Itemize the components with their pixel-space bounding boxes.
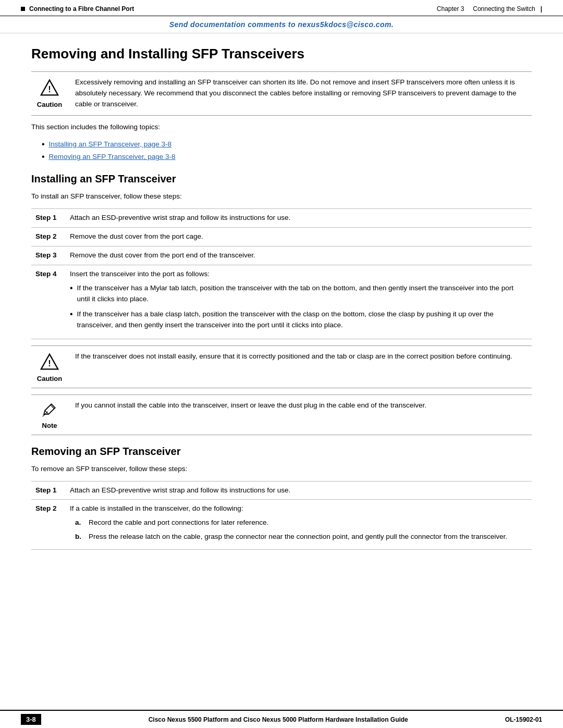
toc-link-2[interactable]: Removing an SFP Transceiver, page 3-8: [49, 152, 176, 162]
header-section-text: Connecting to a Fibre Channel Port: [29, 5, 134, 13]
remove-step-2-text: If a cable is installed in the transceiv…: [70, 504, 243, 512]
header-section-label: Connecting to a Fibre Channel Port: [21, 5, 134, 13]
intro-text: This section includes the following topi…: [31, 122, 532, 133]
install-step-4-label: Step 4: [31, 265, 68, 339]
toc-item-2[interactable]: Removing an SFP Transceiver, page 3-8: [42, 152, 532, 163]
remove-step-1-text: Attach an ESD-preventive wrist strap and…: [68, 481, 532, 500]
section-heading-remove: Removing an SFP Transceiver: [31, 446, 532, 458]
email-banner[interactable]: Send documentation comments to nexus5kdo…: [0, 16, 563, 33]
install-step-2: Step 2 Remove the dust cover from the po…: [31, 228, 532, 246]
install-step-4-bullet-2: If the transceiver has a bale clasp latc…: [70, 309, 528, 331]
page-footer: 3-8 Cisco Nexus 5500 Platform and Cisco …: [0, 710, 563, 728]
caution-box-1: ! Caution Excessively removing and insta…: [31, 71, 532, 116]
remove-step-2b: b. Press the release latch on the cable,…: [75, 532, 528, 542]
install-step-4-bullet-2-text: If the transceiver has a bale clasp latc…: [77, 309, 528, 331]
alpha-a-label: a.: [75, 517, 84, 528]
alpha-b-label: b.: [75, 532, 84, 542]
install-step-1-text: Attach an ESD-preventive wrist strap and…: [68, 209, 532, 228]
caution-label-2: Caution: [37, 375, 62, 382]
caution-icon-col-1: ! Caution: [31, 77, 68, 108]
alpha-a-text: Record the cable and port connections fo…: [89, 517, 268, 528]
install-steps-table: Step 1 Attach an ESD-preventive wrist st…: [31, 208, 532, 339]
caution-text-2: If the transceiver does not install easi…: [75, 351, 532, 362]
note-box: Note If you cannot install the cable int…: [31, 394, 532, 435]
note-label: Note: [42, 422, 57, 429]
install-step-4-bullets: If the transceiver has a Mylar tab latch…: [70, 283, 528, 331]
install-step-4-text: Insert the transceiver into the port as …: [70, 270, 210, 278]
note-icon-col: Note: [31, 400, 68, 429]
remove-step-1: Step 1 Attach an ESD-preventive wrist st…: [31, 481, 532, 500]
alpha-b-text: Press the release latch on the cable, gr…: [89, 532, 507, 542]
remove-step-2: Step 2 If a cable is installed in the tr…: [31, 500, 532, 550]
caution-icon-col-2: ! Caution: [31, 351, 68, 382]
note-text: If you cannot install the cable into the…: [75, 400, 532, 411]
install-step-2-label: Step 2: [31, 228, 68, 246]
install-step-1-label: Step 1: [31, 209, 68, 228]
caution-icon-1: !: [40, 78, 59, 98]
install-step-3-label: Step 3: [31, 246, 68, 265]
remove-steps-table: Step 1 Attach an ESD-preventive wrist st…: [31, 481, 532, 550]
install-step-4: Step 4 Insert the transceiver into the p…: [31, 265, 532, 339]
svg-text:!: !: [48, 84, 51, 94]
install-intro: To install an SFP transceiver, follow th…: [31, 191, 532, 202]
remove-step-2a: a. Record the cable and port connections…: [75, 517, 528, 528]
main-content: Removing and Installing SFP Transceivers…: [0, 33, 563, 564]
header-chapter: Chapter 3 Connecting the Switch |: [437, 5, 542, 13]
page-header: Connecting to a Fibre Channel Port Chapt…: [0, 0, 563, 16]
svg-text:!: !: [48, 359, 51, 368]
install-step-3: Step 3 Remove the dust cover from the po…: [31, 246, 532, 265]
footer-page-num: 3-8: [21, 714, 41, 725]
remove-step-2-alpha: a. Record the cable and port connections…: [75, 517, 528, 542]
page-title: Removing and Installing SFP Transceivers: [31, 46, 532, 62]
toc-link-1[interactable]: Installing an SFP Transceiver, page 3-8: [49, 139, 172, 150]
footer-center-text: Cisco Nexus 5500 Platform and Cisco Nexu…: [52, 716, 505, 723]
toc-list: Installing an SFP Transceiver, page 3-8 …: [31, 139, 532, 163]
install-step-4-bullet-1-text: If the transceiver has a Mylar tab latch…: [77, 283, 528, 305]
install-step-2-text: Remove the dust cover from the port cage…: [68, 228, 532, 246]
remove-step-1-label: Step 1: [31, 481, 68, 500]
install-step-1: Step 1 Attach an ESD-preventive wrist st…: [31, 209, 532, 228]
remove-step-2-content: If a cable is installed in the transceiv…: [68, 500, 532, 550]
caution-label-1: Caution: [37, 101, 62, 108]
header-chapter-title: Connecting the Switch: [473, 5, 535, 13]
note-icon: [41, 401, 58, 419]
header-chapter-label: Chapter 3: [437, 5, 464, 13]
bullet-icon: [21, 7, 25, 11]
toc-item-1[interactable]: Installing an SFP Transceiver, page 3-8: [42, 139, 532, 150]
install-step-4-bullet-1: If the transceiver has a Mylar tab latch…: [70, 283, 528, 305]
caution-icon-2: !: [40, 352, 59, 373]
footer-right-text: OL-15902-01: [505, 716, 542, 723]
caution-text-1: Excessively removing and installing an S…: [75, 77, 532, 110]
install-step-4-content: Insert the transceiver into the port as …: [68, 265, 532, 339]
caution-box-2: ! Caution If the transceiver does not in…: [31, 346, 532, 388]
remove-intro: To remove an SFP transceiver, follow the…: [31, 464, 532, 475]
section-heading-install: Installing an SFP Transceiver: [31, 173, 532, 185]
install-step-3-text: Remove the dust cover from the port end …: [68, 246, 532, 265]
remove-step-2-label: Step 2: [31, 500, 68, 550]
